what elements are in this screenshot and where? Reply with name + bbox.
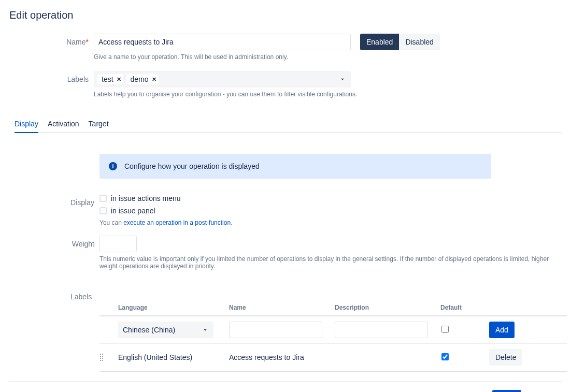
add-name-input[interactable] [229,322,322,338]
labels-grid: Language Name Description Default Chines… [99,304,567,372]
name-input[interactable] [94,34,351,50]
enabled-button[interactable]: Enabled [360,34,399,50]
display-options-row: Display in issue actions menu in issue p… [9,194,562,226]
post-function-link[interactable]: execute an operation in a post-function [123,219,231,226]
checkbox-row-panel: in issue panel [99,207,562,215]
close-icon[interactable]: ✕ [117,76,121,83]
row-language: English (United States) [118,353,227,361]
display-label: Display [9,194,99,207]
tab-activation[interactable]: Activation [48,115,79,132]
checkbox-label: in issue panel [111,207,155,215]
col-default: Default [440,304,487,311]
delete-button[interactable]: Delete [489,349,522,366]
grid-add-row: Chinese (China) Add [99,316,567,344]
name-label: Name* [9,34,94,46]
name-help: Give a name to your operation. This will… [94,53,562,61]
row-default-checkbox[interactable] [441,353,449,360]
checkbox-label: in issue actions menu [111,194,181,202]
chip-text: test [102,75,113,83]
info-icon: i [109,162,117,170]
banner-text: Configure how your operation is displaye… [124,162,260,170]
labels-section-heading: Labels [70,293,562,301]
labels-row: Labels test ✕ demo ✕ Labels help you to … [9,71,562,105]
checkbox-issue-panel[interactable] [99,207,107,214]
col-description: Description [335,304,438,311]
chevron-down-icon[interactable] [339,76,346,83]
page-title: Edit operation [9,9,562,21]
chevron-down-icon [202,326,209,333]
disabled-button[interactable]: Disabled [399,34,439,50]
checkbox-row-actions: in issue actions menu [99,194,562,202]
label-chip: test ✕ [97,74,123,84]
language-select[interactable]: Chinese (China) [118,322,213,338]
close-icon[interactable]: ✕ [152,76,156,83]
col-name: Name [229,304,333,311]
col-language: Language [118,304,227,311]
save-button[interactable]: Save [492,390,521,392]
add-default-checkbox[interactable] [441,326,449,333]
tabs: Display Activation Target [15,115,562,133]
info-banner: i Configure how your operation is displa… [99,154,491,179]
drag-handle-icon[interactable] [99,353,104,361]
tab-target[interactable]: Target [89,115,109,132]
labels-label: Labels [9,71,94,83]
required-asterisk: * [86,38,89,46]
weight-input[interactable] [99,236,137,252]
labels-help: Labels help you to organise your configu… [94,91,562,98]
label-chip: demo ✕ [126,74,159,84]
add-description-input[interactable] [335,322,428,338]
display-hint: You can execute an operation in a post-f… [99,219,562,226]
select-value: Chinese (China) [123,326,175,334]
tab-display[interactable]: Display [15,115,38,133]
name-row: Name* Enabled Disabled Give a name to yo… [9,34,562,68]
add-button[interactable]: Add [489,322,515,338]
footer: Save Cancel [9,381,562,392]
cancel-button[interactable]: Cancel [526,390,562,392]
weight-label: Weight [9,236,99,248]
labels-input[interactable]: test ✕ demo ✕ [94,71,351,88]
weight-row: Weight This numeric value is important o… [9,236,562,277]
weight-help: This numeric value is important only if … [99,255,561,270]
chip-text: demo [131,75,149,83]
grid-data-row: English (United States) Access requests … [99,344,567,372]
grid-header: Language Name Description Default [99,304,567,316]
status-toggle: Enabled Disabled [360,34,440,50]
checkbox-actions-menu[interactable] [99,195,107,202]
row-name: Access requests to Jira [229,353,333,361]
